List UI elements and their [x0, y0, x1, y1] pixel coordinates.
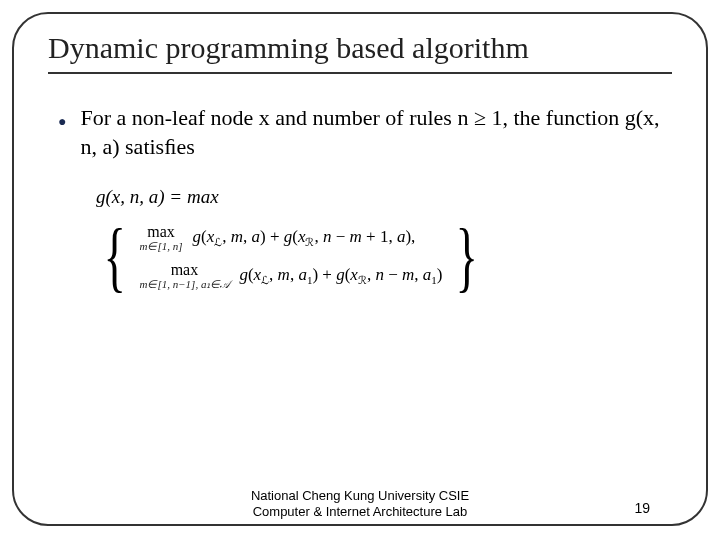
footer-line-1: National Cheng Kung University CSIE [0, 488, 720, 504]
title-wrap: Dynamic programming based algorithm [48, 30, 672, 74]
case-2: max m∈[1, n−1], a₁∈𝒜 g(xℒ, m, a1) + g(xℛ… [139, 262, 442, 290]
case-2-expr: g(xℒ, m, a1) + g(xℛ, n − m, a1) [239, 265, 442, 287]
cases: max m∈[1, n] g(xℒ, m, a) + g(xℛ, n − m +… [135, 222, 446, 293]
brace-row: { max m∈[1, n] g(xℒ, m, a) + g(xℛ, n − m… [96, 222, 660, 293]
slide: Dynamic programming based algorithm ● Fo… [0, 0, 720, 540]
max-label-2: max [171, 262, 199, 279]
bullet-dot-icon: ● [58, 112, 66, 130]
max-operator-1: max m∈[1, n] [139, 224, 182, 252]
body: ● For a non-leaf node x and number of ru… [58, 104, 672, 161]
case-1: max m∈[1, n] g(xℒ, m, a) + g(xℛ, n − m +… [139, 224, 442, 252]
page-number: 19 [634, 500, 650, 516]
slide-title: Dynamic programming based algorithm [48, 30, 672, 74]
max-operator-2: max m∈[1, n−1], a₁∈𝒜 [139, 262, 229, 290]
max-domain-1: m∈[1, n] [139, 241, 182, 253]
math-block: g(x, n, a) = max { max m∈[1, n] g(xℒ, m,… [96, 186, 660, 293]
left-brace-icon: { [103, 222, 125, 292]
bullet-item: ● For a non-leaf node x and number of ru… [58, 104, 672, 161]
max-domain-2: m∈[1, n−1], a₁∈𝒜 [139, 279, 229, 291]
case-1-expr: g(xℒ, m, a) + g(xℛ, n − m + 1, a), [192, 227, 415, 249]
eq-head-text: g(x, n, a) = max [96, 186, 219, 207]
max-label-1: max [147, 224, 175, 241]
equation-head: g(x, n, a) = max [96, 186, 660, 208]
right-brace-icon: } [456, 222, 478, 292]
footer: National Cheng Kung University CSIE Comp… [0, 488, 720, 521]
footer-line-2: Computer & Internet Architecture Lab [0, 504, 720, 520]
bullet-text: For a non-leaf node x and number of rule… [80, 104, 672, 161]
